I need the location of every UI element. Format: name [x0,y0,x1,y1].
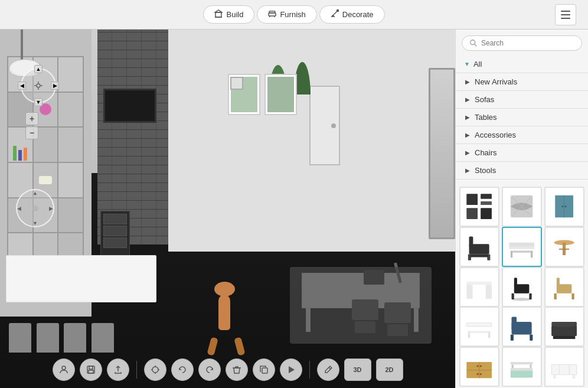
svg-rect-43 [471,255,489,257]
rotate-control[interactable]: ▲ ▼ ◀ ▶ [16,189,54,227]
main-layout: ▲ ▼ ◀ ▶ + − ▲ ▼ ◀ ▶ [0,30,588,388]
divider-4 [456,144,588,144]
rotate-left-button[interactable] [171,358,194,381]
grid-item-sofa-dark[interactable] [544,307,584,347]
divider-0 [456,73,588,73]
grid-item-tv-unit[interactable] [544,347,584,387]
svg-marker-2 [215,10,222,12]
grid-item-storage-wood[interactable] [459,347,499,387]
grid-item-wall-art[interactable] [459,187,499,227]
svg-point-7 [337,10,338,12]
category-all[interactable]: ▼ All [456,57,588,71]
viewport[interactable]: ▲ ▼ ◀ ▶ + − ▲ ▼ ◀ ▶ [0,30,455,388]
nav-compass: ▲ ▼ ◀ ▶ [18,65,59,106]
view-2d-button[interactable]: 2D [376,358,403,381]
select-icon [151,365,160,374]
category-sofas[interactable]: ▶ Sofas [456,92,588,107]
decorate-button[interactable]: Decorate [319,5,385,24]
stools-label: Stools [475,166,496,175]
door [309,86,340,165]
svg-rect-71 [530,334,533,340]
menu-button[interactable] [555,4,576,25]
rotate-right-button[interactable] [198,358,221,381]
compass-icon [34,81,43,90]
new-arrivals-arrow: ▶ [464,79,471,86]
grid-item-chair-blue[interactable] [502,307,542,347]
wall-art-icon [464,191,494,221]
nav-up-button[interactable]: ▲ [34,65,43,73]
svg-rect-28 [481,194,492,200]
svg-rect-70 [511,334,514,340]
grid-item-cabinet[interactable] [544,187,584,227]
svg-rect-84 [511,362,533,364]
copy-button[interactable] [253,358,275,381]
svg-point-59 [513,298,531,301]
nav-down-button[interactable]: ▼ [34,98,43,106]
svg-point-80 [477,365,479,367]
view-3d-button[interactable]: 3D [344,358,371,381]
svg-rect-88 [511,370,533,377]
svg-rect-58 [530,294,532,299]
svg-rect-57 [512,294,514,299]
object-select-button[interactable] [144,358,166,381]
copy-icon [259,365,269,374]
edit-button[interactable] [317,358,339,381]
coffee-table-white-icon [464,312,494,342]
svg-point-81 [480,365,482,367]
rug [290,267,432,344]
build-button[interactable]: Build [203,5,254,24]
nav-left-button[interactable]: ◀ [18,81,26,90]
sofas-label: Sofas [475,95,494,104]
svg-rect-74 [552,326,556,336]
side-table-2-icon [507,352,537,382]
play-button[interactable] [280,358,302,381]
grid-item-cushion[interactable] [502,187,542,227]
hamburger-icon-3 [561,18,570,19]
grid-item-side-table-wood[interactable] [544,227,584,267]
svg-rect-73 [552,322,577,327]
svg-rect-4 [269,11,275,13]
svg-point-25 [471,40,475,45]
edit-icon [324,365,333,374]
grid-item-coffee-table[interactable] [502,227,542,267]
category-new-arrivals[interactable]: ▶ New Arrivals [456,74,588,89]
zoom-in-button[interactable]: + [25,112,38,125]
build-label: Build [226,10,243,19]
frame-2 [264,74,297,115]
category-tree: ▼ All ▶ New Arrivals ▶ Sofas ▶ Tables ▶ … [456,54,588,183]
accessories-arrow: ▶ [464,132,471,139]
grid-item-side-table-2[interactable] [502,347,542,387]
svg-rect-52 [467,282,492,285]
cushion-icon [507,191,537,221]
nav-right-button[interactable]: ▶ [51,81,59,90]
chair-blue-icon [507,312,537,342]
hamburger-icon [561,11,570,12]
accessories-label: Accessories [475,131,516,139]
zoom-out-button[interactable]: − [25,126,38,139]
cabinet-icon [549,191,579,221]
grid-item-chair-wood[interactable] [544,267,584,307]
divider-5 [456,161,588,162]
category-stools[interactable]: ▶ Stools [456,163,588,178]
grid-item-dark-chair[interactable] [459,227,499,267]
delete-button[interactable] [226,358,248,381]
divider-6 [456,179,588,180]
grid-item-black-chair[interactable] [502,267,542,307]
profile-button[interactable] [53,358,75,381]
grid-item-coffee-table-white[interactable] [459,307,499,347]
category-accessories[interactable]: ▶ Accessories [456,128,588,142]
upload-button[interactable] [107,358,129,381]
category-chairs[interactable]: ▶ Chairs [456,145,588,160]
stools-arrow: ▶ [464,167,471,174]
svg-line-26 [475,44,477,47]
save-button[interactable] [80,358,102,381]
grid-item-desk-white[interactable] [459,267,499,307]
category-tables[interactable]: ▶ Tables [456,110,588,125]
rotate-arrow-top: ▲ [32,190,38,196]
furnish-button[interactable]: Furnish [257,5,316,24]
search-input[interactable] [481,39,574,47]
svg-point-8 [37,84,40,87]
chair-wood-icon [549,272,579,302]
svg-rect-69 [512,317,517,329]
build-icon [214,9,223,19]
